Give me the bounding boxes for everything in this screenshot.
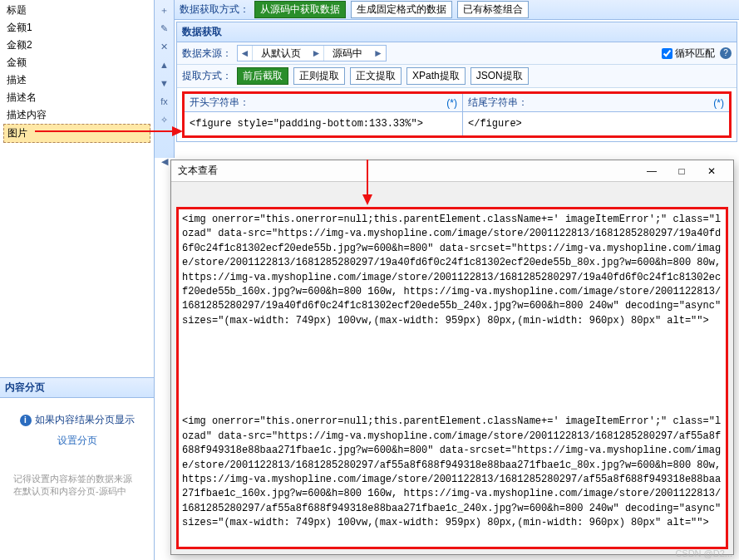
tree-item-selected[interactable]: 图片: [3, 124, 150, 143]
text-viewer-content[interactable]: [182, 213, 722, 543]
end-star[interactable]: (*): [713, 97, 724, 109]
vertical-toolbar: ＋ ✎ ✕ ▲ ▼ fx ✧ ◀: [155, 0, 175, 158]
data-fetch-title: 数据获取: [177, 22, 737, 42]
tree-item[interactable]: 金额1: [3, 19, 150, 37]
up-icon[interactable]: ▲: [156, 56, 173, 73]
paging-info-text: 如果内容结果分页显示: [35, 413, 135, 427]
start-star[interactable]: (*): [446, 97, 457, 109]
x-icon[interactable]: ✕: [156, 38, 173, 55]
data-fetch-panel: 数据获取 数据来源： ◄ 从默认页 ► 源码中 ► 循环匹配 ? 提取方式： 前…: [176, 22, 737, 142]
method-label: 提取方式：: [182, 69, 232, 83]
mode-fixed-format[interactable]: 生成固定格式的数据: [351, 1, 452, 18]
method-xpath[interactable]: XPath提取: [406, 67, 466, 85]
tree-item[interactable]: 描述名: [3, 89, 150, 106]
source-label: 数据来源：: [182, 47, 232, 61]
help-icon[interactable]: ?: [720, 47, 732, 59]
watermark: CSDN @D2...: [675, 548, 732, 558]
wand-icon[interactable]: ✧: [156, 111, 173, 128]
minimize-button[interactable]: —: [637, 161, 667, 181]
source-row: 数据来源： ◄ 从默认页 ► 源码中 ► 循环匹配 ?: [177, 42, 737, 65]
loop-match-checkbox[interactable]: 循环匹配: [662, 47, 715, 61]
start-string-label: 开头字符串：: [190, 96, 249, 110]
method-row: 提取方式： 前后截取 正则提取 正文提取 XPath提取 JSON提取: [177, 65, 737, 88]
tree-item[interactable]: 描述内容: [3, 106, 150, 124]
nav-next-icon[interactable]: ►: [309, 46, 324, 61]
main-area: 数据获取方式： 从源码中获取数据 生成固定格式的数据 已有标签组合 数据获取 数…: [175, 0, 739, 142]
tree-item[interactable]: 描述: [3, 71, 150, 89]
down-icon[interactable]: ▼: [156, 75, 173, 91]
label-tree: 标题 金额1 金额2 金额 描述 描述名 描述内容 图片: [0, 0, 154, 145]
close-button[interactable]: ✕: [697, 161, 727, 181]
paging-hint: 记得设置内容标签的数据来源 在默认页和内容分页-源码中: [8, 473, 145, 499]
maximize-button[interactable]: □: [667, 161, 697, 181]
sidebar: 标题 金额1 金额2 金额 描述 描述名 描述内容 图片 内容分页 i 如果内容…: [0, 0, 155, 560]
extract-strings-box: 开头字符串： (*) 结尾字符串： (*): [182, 91, 732, 138]
mode-existing-tags[interactable]: 已有标签组合: [457, 1, 529, 18]
paging-title: 内容分页: [0, 378, 154, 398]
loop-label: 循环匹配: [675, 47, 715, 61]
content-paging-panel: 内容分页 i 如果内容结果分页显示 设置分页 记得设置内容标签的数据来源 在默认…: [0, 377, 154, 507]
loop-checkbox-input[interactable]: [662, 48, 672, 59]
method-body[interactable]: 正文提取: [350, 67, 402, 85]
end-string-label: 结尾字符串：: [468, 96, 528, 110]
text-viewer-title: 文本查看: [178, 164, 637, 178]
mode-from-source[interactable]: 从源码中获取数据: [254, 1, 346, 18]
extract-mode-row: 数据获取方式： 从源码中获取数据 生成固定格式的数据 已有标签组合: [175, 0, 739, 20]
extract-mode-label: 数据获取方式：: [180, 2, 249, 17]
method-trim[interactable]: 前后截取: [237, 67, 288, 85]
nav-from-text[interactable]: 从默认页: [253, 46, 309, 61]
start-string-input[interactable]: [185, 112, 463, 135]
text-viewer-body: [176, 207, 728, 549]
set-paging-link[interactable]: 设置分页: [8, 434, 145, 448]
end-string-input[interactable]: [463, 112, 729, 135]
source-combo: ◄ 从默认页 ► 源码中 ►: [237, 45, 387, 61]
nav-src-text[interactable]: 源码中: [324, 46, 371, 61]
pencil-icon[interactable]: ✎: [156, 20, 173, 37]
fx-icon[interactable]: fx: [156, 93, 173, 110]
plus-icon[interactable]: ＋: [156, 2, 173, 18]
text-viewer-titlebar[interactable]: 文本查看 — □ ✕: [171, 160, 733, 182]
text-viewer-window: 文本查看 — □ ✕: [170, 160, 734, 555]
tree-item[interactable]: 标题: [3, 2, 150, 19]
method-regex[interactable]: 正则提取: [293, 67, 345, 85]
paging-info: i 如果内容结果分页显示: [8, 413, 145, 427]
nav-next2-icon[interactable]: ►: [371, 46, 386, 61]
tree-item[interactable]: 金额: [3, 54, 150, 71]
info-icon: i: [20, 415, 32, 426]
method-json[interactable]: JSON提取: [470, 67, 529, 85]
nav-prev-icon[interactable]: ◄: [238, 46, 253, 61]
tree-item[interactable]: 金额2: [3, 37, 150, 54]
